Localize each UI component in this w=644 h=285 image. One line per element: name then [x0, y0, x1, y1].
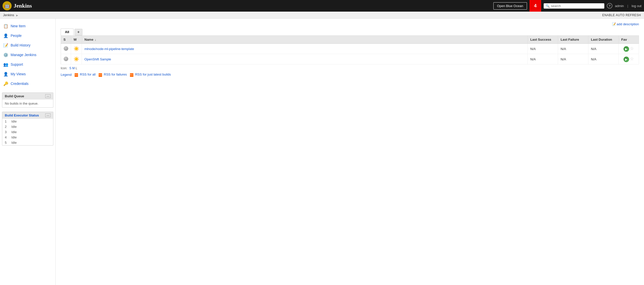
icon-size-s-link[interactable]: S: [69, 66, 71, 70]
tab-all[interactable]: All: [61, 29, 74, 35]
col-header-name[interactable]: Name ↓: [82, 36, 528, 44]
rss-links-area: Legend RSS RSS for all RSS RSS for failu…: [61, 73, 639, 77]
open-blue-ocean-button[interactable]: Open Blue Ocean: [493, 2, 527, 10]
job-last-failure-cell: N/A: [558, 44, 588, 54]
col-header-fav: Fav: [619, 36, 639, 44]
logo-area[interactable]: 🤖 Jenkins: [3, 1, 32, 10]
build-executor-section: Build Executor Status — 1Idle2Idle3Idle4…: [2, 112, 53, 146]
executor-status: Idle: [11, 120, 17, 123]
jenkins-logo-icon: 🤖: [3, 1, 12, 10]
sidebar-item-label: Manage Jenkins: [11, 53, 36, 57]
icon-size-m-link[interactable]: M: [72, 66, 75, 70]
executor-number: 2: [5, 125, 9, 129]
rss-failures-icon: RSS: [99, 73, 102, 77]
job-name-cell: OpenShift Sample: [82, 54, 528, 64]
sidebar-item-label: New Item: [11, 24, 26, 28]
executor-rows: 1Idle2Idle3Idle4Idle5Idle: [2, 119, 53, 145]
schedule-run-icon[interactable]: ▶: [624, 57, 629, 62]
help-icon-button[interactable]: ?: [607, 3, 612, 9]
col-header-last-duration: Last Duration: [588, 36, 619, 44]
schedule-run-icon[interactable]: ▶: [624, 46, 629, 52]
executor-row: 1Idle: [2, 119, 53, 124]
breadcrumb-root[interactable]: Jenkins: [3, 13, 14, 17]
sidebar-item-label: My Views: [11, 72, 26, 76]
build-history-icon: 📝: [3, 42, 9, 48]
job-last-duration-cell: N/A: [588, 44, 619, 54]
search-input[interactable]: [551, 4, 602, 8]
my-views-icon: 👤: [3, 71, 9, 77]
sidebar-item-label: Support: [11, 62, 23, 66]
build-queue-section: Build Queue — No builds in the queue.: [2, 92, 53, 108]
breadcrumb-bar: Jenkins ▶ ENABLE AUTO REFRESH: [0, 12, 644, 19]
icon-size-l-text: L: [76, 66, 77, 70]
legend-link[interactable]: Legend: [61, 73, 72, 77]
rss-latest-icon: RSS: [130, 73, 133, 77]
executor-number: 3: [5, 130, 9, 134]
job-name-link[interactable]: OpenShift Sample: [84, 57, 111, 61]
sidebar-item-support[interactable]: 👥Support: [0, 60, 55, 69]
rss-all-icon: RSS: [75, 73, 78, 77]
search-icon: 🔍: [546, 4, 550, 8]
build-executor-collapse-button[interactable]: —: [45, 113, 51, 117]
add-description-link[interactable]: 📝add description: [612, 22, 639, 26]
favorite-star-icon[interactable]: ☆: [630, 56, 634, 61]
icon-legend: Icon: S M L: [61, 66, 639, 70]
rss-for-failures-link[interactable]: RSS for failures: [104, 73, 127, 76]
icon-legend-prefix: Icon:: [61, 66, 67, 70]
favorite-star-icon[interactable]: ☆: [630, 46, 634, 51]
table-header-row: S W Name ↓ Last Success Last Failure Las…: [61, 36, 639, 44]
sidebar-item-people[interactable]: 👤People: [0, 31, 55, 40]
executor-number: 5: [5, 141, 9, 145]
logout-link[interactable]: log out: [632, 4, 641, 8]
status-grey-icon: [64, 46, 68, 51]
enable-auto-refresh-link[interactable]: ENABLE AUTO REFRESH: [602, 13, 641, 17]
job-name-link[interactable]: mlnode/node-ml-pipeline-template: [84, 47, 134, 51]
weather-sunny-icon: ☀️: [74, 56, 79, 62]
executor-status: Idle: [11, 130, 17, 134]
sidebar: 📋New Item👤People📝Build History⚙️Manage J…: [0, 19, 56, 285]
sidebar-item-label: People: [11, 34, 22, 38]
executor-status: Idle: [11, 125, 17, 129]
build-queue-title: Build Queue: [5, 94, 24, 98]
executor-row: 3Idle: [2, 129, 53, 135]
col-header-last-failure: Last Failure: [558, 36, 588, 44]
sidebar-nav: 📋New Item👤People📝Build History⚙️Manage J…: [0, 21, 55, 88]
executor-status: Idle: [11, 135, 17, 139]
job-fav-cell: ▶ ☆: [619, 54, 639, 64]
build-executor-title-link[interactable]: Build Executor Status: [5, 113, 39, 117]
sidebar-item-my-views[interactable]: 👤My Views: [0, 69, 55, 79]
breadcrumb: Jenkins ▶: [3, 13, 19, 17]
support-icon: 👥: [3, 62, 9, 67]
edit-icon: 📝: [612, 22, 616, 26]
sidebar-item-manage-jenkins[interactable]: ⚙️Manage Jenkins: [0, 50, 55, 60]
main-layout: 📋New Item👤People📝Build History⚙️Manage J…: [0, 19, 644, 285]
col-header-last-success: Last Success: [528, 36, 558, 44]
sidebar-item-credentials[interactable]: 🔑Credentials: [0, 79, 55, 88]
col-header-w: W: [71, 36, 82, 44]
search-area: 🔍: [544, 3, 604, 9]
content-area: 📝add description All + S W Name ↓ Last S…: [56, 19, 644, 285]
executor-row: 2Idle: [2, 124, 53, 129]
sidebar-item-build-history[interactable]: 📝Build History: [0, 40, 55, 50]
jobs-table-body: ☀️ mlnode/node-ml-pipeline-template N/A …: [61, 44, 639, 64]
build-executor-header: Build Executor Status —: [2, 112, 53, 119]
job-last-success-cell: N/A: [528, 54, 558, 64]
rss-for-all-link[interactable]: RSS for all: [80, 73, 96, 76]
build-queue-collapse-button[interactable]: —: [45, 94, 51, 98]
job-name-cell: mlnode/node-ml-pipeline-template: [82, 44, 528, 54]
pipe-separator: |: [626, 4, 629, 8]
sidebar-item-new-item[interactable]: 📋New Item: [0, 21, 55, 31]
app-title: Jenkins: [14, 3, 32, 9]
job-last-success-cell: N/A: [528, 44, 558, 54]
job-last-duration-cell: N/A: [588, 54, 619, 64]
rss-for-latest-link[interactable]: RSS for just latest builds: [135, 73, 171, 76]
job-last-failure-cell: N/A: [558, 54, 588, 64]
build-queue-empty-message: No builds in the queue.: [5, 102, 38, 105]
user-link[interactable]: admin: [615, 4, 624, 8]
weather-sunny-icon: ☀️: [74, 46, 79, 52]
notification-badge[interactable]: 4: [530, 0, 541, 12]
new-item-icon: 📋: [3, 23, 9, 29]
table-row: ☀️ OpenShift Sample N/A N/A N/A ▶ ☆: [61, 54, 639, 64]
tab-add-view[interactable]: +: [75, 29, 82, 35]
sidebar-item-label: Build History: [11, 43, 31, 47]
